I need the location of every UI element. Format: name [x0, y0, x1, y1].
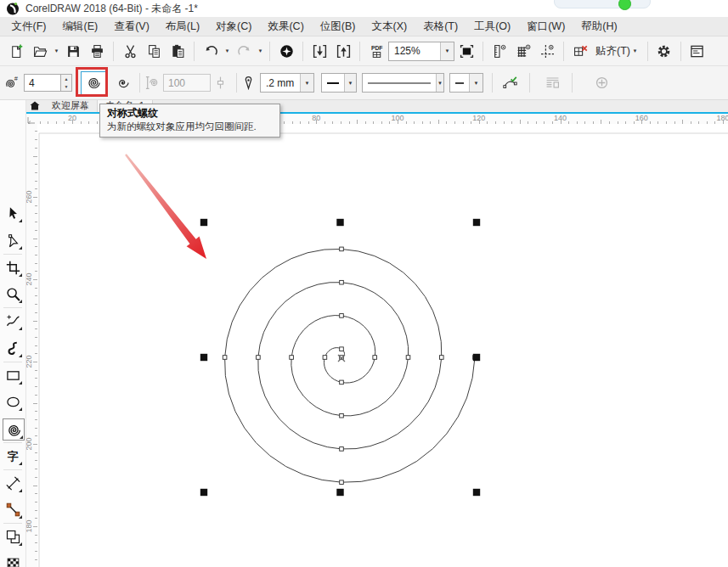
spiral-revolutions-stepper[interactable]: ▲▼: [61, 74, 72, 92]
fullscreen-preview-button[interactable]: [454, 40, 478, 63]
toolbar-separator: [680, 42, 681, 61]
app-launcher-button[interactable]: [274, 40, 298, 63]
shape-tool[interactable]: [3, 230, 23, 250]
selection-handle[interactable]: [200, 219, 207, 226]
menu-item[interactable]: 编辑(E): [54, 17, 106, 36]
transparency-tool[interactable]: [3, 553, 23, 567]
spiral-tool[interactable]: [3, 418, 25, 441]
spiral-revolutions-input[interactable]: [24, 74, 61, 92]
logarithmic-spiral-icon: [116, 76, 130, 90]
ellipse-tool[interactable]: [3, 391, 23, 412]
chevron-down-icon: ▼: [630, 48, 640, 53]
show-guidelines-button[interactable]: [535, 40, 559, 63]
pdf-button[interactable]: PDF: [364, 40, 388, 63]
pick-tool[interactable]: [3, 203, 23, 223]
spiral-node[interactable]: [340, 280, 344, 284]
menu-item[interactable]: 查看(V): [106, 17, 158, 36]
menu-item[interactable]: 文件(F): [3, 17, 54, 36]
selection-handle[interactable]: [200, 354, 207, 361]
property-separator: [572, 73, 573, 93]
selection-handle[interactable]: [336, 489, 343, 496]
spiral-node[interactable]: [340, 480, 344, 485]
rectangle-tool[interactable]: [3, 365, 23, 385]
import-button[interactable]: [308, 40, 331, 63]
dimension-tool[interactable]: [3, 473, 23, 493]
chevron-down-icon[interactable]: ▼: [223, 48, 232, 53]
zoom-tool[interactable]: [3, 284, 23, 304]
menu-item[interactable]: 文本(X): [364, 17, 415, 36]
spiral-node[interactable]: [340, 380, 344, 385]
show-rulers-button[interactable]: [488, 40, 511, 63]
symmetric-spiral-button[interactable]: [81, 71, 106, 95]
chevron-down-icon[interactable]: ▼: [344, 74, 356, 92]
chevron-down-icon[interactable]: ▼: [469, 74, 483, 92]
menu-item[interactable]: 对象(C): [208, 17, 260, 36]
spiral-node[interactable]: [257, 356, 261, 360]
zoom-level-combo[interactable]: 125%▼: [388, 42, 454, 61]
menu-item[interactable]: 表格(T): [415, 17, 466, 36]
save-button[interactable]: [61, 40, 85, 63]
spiral-node[interactable]: [340, 347, 344, 351]
selection-handle[interactable]: [473, 489, 480, 496]
paste-button[interactable]: [166, 40, 189, 63]
copy-button[interactable]: [142, 40, 166, 63]
show-grid-button[interactable]: [511, 40, 535, 63]
outline-width-combo[interactable]: .2 mm ▼: [260, 73, 314, 93]
tab-welcome-screen[interactable]: 欢迎屏幕: [44, 100, 97, 112]
spiral-node[interactable]: [290, 356, 294, 360]
undo-button[interactable]: [199, 40, 223, 63]
artistic-media-tool[interactable]: [3, 338, 23, 358]
dockers-button[interactable]: [686, 40, 709, 63]
spiral-object[interactable]: [225, 249, 475, 482]
print-button[interactable]: [85, 40, 109, 63]
selection-handle[interactable]: [200, 489, 207, 496]
export-button[interactable]: [331, 40, 355, 63]
menu-item[interactable]: 布局(L): [157, 17, 207, 36]
menu-item[interactable]: 位图(B): [312, 17, 364, 36]
selection-handle[interactable]: [473, 219, 480, 226]
menu-item[interactable]: 窗口(W): [519, 17, 573, 36]
selection-handle[interactable]: [336, 219, 343, 226]
chevron-down-icon[interactable]: ▼: [52, 48, 61, 53]
chevron-down-icon[interactable]: ▼: [256, 48, 265, 53]
spiral-node[interactable]: [340, 314, 344, 318]
crop-tool[interactable]: [3, 257, 23, 278]
spiral-node[interactable]: [340, 247, 344, 251]
spiral-node[interactable]: [406, 356, 410, 360]
line-style-combo[interactable]: ▼: [362, 73, 444, 93]
chevron-down-icon[interactable]: ▼: [440, 42, 454, 60]
reduce-nodes-button[interactable]: [497, 71, 522, 95]
home-tab-button[interactable]: [25, 100, 44, 112]
toolbox-divider: [3, 362, 22, 362]
open-button[interactable]: [28, 40, 52, 63]
freehand-tool[interactable]: [3, 311, 23, 331]
spiral-node[interactable]: [323, 356, 327, 360]
menu-item[interactable]: 效果(C): [260, 17, 312, 36]
text-tool[interactable]: 字: [3, 446, 23, 466]
snap-off-button[interactable]: [568, 40, 592, 63]
spiral-node[interactable]: [440, 356, 444, 360]
new-document-button[interactable]: [4, 40, 28, 63]
spiral-node[interactable]: [340, 413, 344, 418]
arrowhead-combo[interactable]: ▼: [449, 73, 483, 93]
artistic-media-tool-icon: [6, 341, 20, 356]
chevron-down-icon[interactable]: ▼: [436, 74, 443, 92]
toolbar-separator: [359, 42, 360, 61]
cut-button[interactable]: [118, 40, 142, 63]
drop-shadow-tool[interactable]: [3, 526, 23, 547]
spiral-node[interactable]: [373, 356, 377, 360]
vertical-ruler: 260240220200180: [25, 124, 37, 567]
spiral-node[interactable]: [340, 447, 344, 452]
drawing-canvas[interactable]: [37, 124, 728, 567]
spiral-node[interactable]: [223, 356, 227, 360]
connector-tool[interactable]: [3, 499, 23, 519]
line-width-combo[interactable]: ▼: [321, 73, 357, 93]
logarithmic-spiral-button[interactable]: [110, 71, 135, 95]
selection-handle[interactable]: [473, 354, 480, 361]
menu-item[interactable]: 工具(O): [466, 17, 519, 36]
redo-icon: [237, 44, 251, 59]
chevron-down-icon[interactable]: ▼: [300, 74, 313, 92]
options-gear-button[interactable]: [652, 40, 676, 63]
snap-to-menu[interactable]: 贴齐(T)▼: [592, 40, 643, 63]
menu-item[interactable]: 帮助(H): [573, 17, 625, 36]
